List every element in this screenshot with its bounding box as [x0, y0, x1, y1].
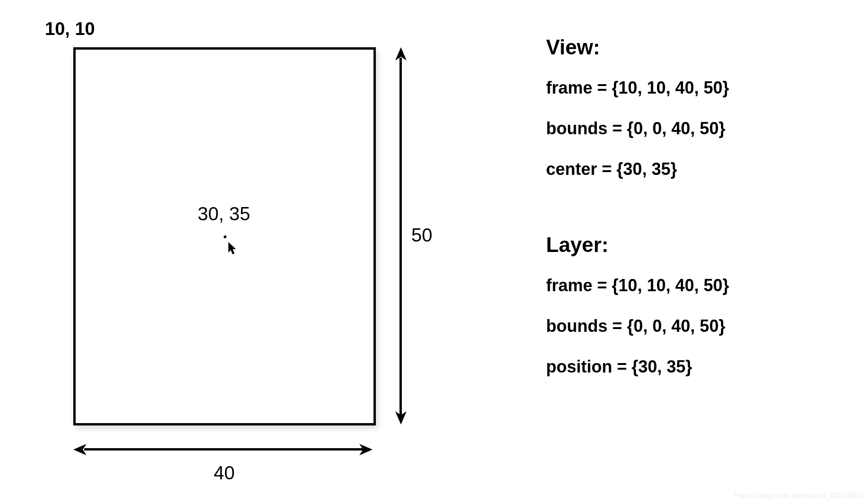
height-arrow-down-icon [395, 411, 407, 426]
view-frame-value: frame = {10, 10, 40, 50} [546, 78, 729, 98]
info-panel: View: frame = {10, 10, 40, 50} bounds = … [546, 35, 729, 398]
height-dimension-line [399, 58, 402, 417]
height-dimension-label: 50 [411, 225, 433, 246]
watermark-text: https://blog.csdn.net/weixin_42024563 [735, 492, 863, 500]
layer-position-value: position = {30, 35} [546, 357, 729, 377]
view-center-value: center = {30, 35} [546, 159, 729, 179]
width-dimension-label: 40 [214, 462, 235, 484]
width-dimension-line [84, 448, 368, 451]
layer-heading: Layer: [546, 233, 729, 257]
width-arrow-left-icon [73, 444, 87, 457]
layer-frame-value: frame = {10, 10, 40, 50} [546, 276, 729, 295]
center-point-dot [224, 235, 226, 238]
center-coordinate-label: 30, 35 [198, 203, 250, 225]
cursor-icon [227, 241, 237, 257]
view-heading: View: [546, 35, 729, 59]
view-bounds-value: bounds = {0, 0, 40, 50} [546, 119, 729, 139]
diagram-container: 10, 10 30, 35 50 40 View: frame = {10, 1… [0, 0, 868, 503]
layer-bounds-value: bounds = {0, 0, 40, 50} [546, 316, 729, 336]
origin-coordinate-label: 10, 10 [45, 19, 95, 39]
width-arrow-right-icon [359, 444, 373, 457]
height-arrow-up-icon [395, 47, 407, 62]
